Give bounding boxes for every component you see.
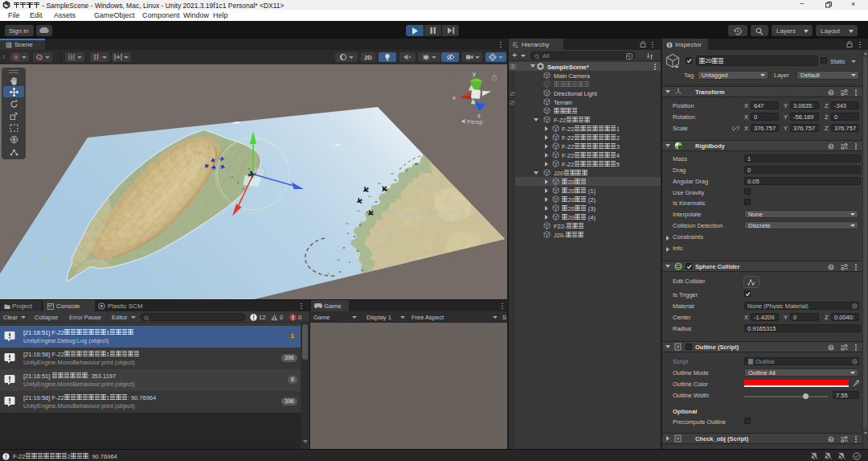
svg-text:x: x bbox=[452, 94, 456, 101]
svg-text:y: y bbox=[473, 70, 476, 77]
svg-text:Persp: Persp bbox=[467, 118, 483, 126]
svg-text:#: # bbox=[677, 344, 679, 349]
svg-text:#: # bbox=[677, 436, 679, 441]
